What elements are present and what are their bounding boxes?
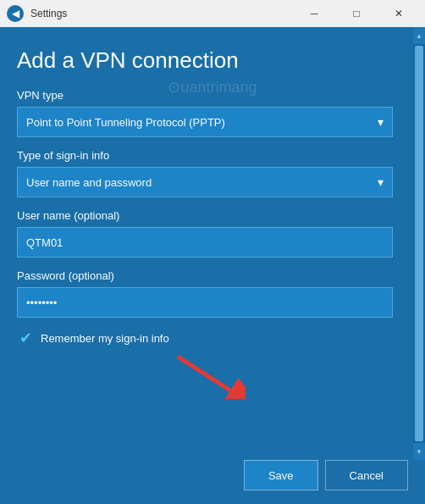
maximize-button[interactable]: □ <box>337 0 376 27</box>
password-input[interactable] <box>17 287 393 318</box>
remember-label: Remember my sign-in info <box>41 332 169 345</box>
sign-in-type-label: Type of sign-in info <box>17 149 393 162</box>
vpn-type-arrow-icon: ▾ <box>378 115 384 129</box>
page-title: Add a VPN connection <box>17 47 393 74</box>
vpn-type-label: VPN type <box>17 89 393 102</box>
password-label: Password (optional) <box>17 269 393 282</box>
vpn-type-field: VPN type Point to Point Tunneling Protoc… <box>17 89 393 137</box>
username-input[interactable] <box>17 227 393 258</box>
back-icon: ◀ <box>12 8 19 19</box>
close-button[interactable]: ✕ <box>379 0 418 27</box>
scrollbar-thumb[interactable] <box>415 46 423 441</box>
scrollbar[interactable]: ▲ ▼ <box>413 27 425 460</box>
cancel-button[interactable]: Cancel <box>325 460 408 490</box>
bottom-bar: Save Cancel <box>0 460 425 504</box>
scroll-down-button[interactable]: ▼ <box>413 443 425 460</box>
checkbox-icon: ✔ <box>17 330 34 346</box>
title-bar: ◀ Settings ─ □ ✕ <box>0 0 425 27</box>
title-bar-left: ◀ Settings <box>7 5 67 22</box>
scroll-up-button[interactable]: ▲ <box>413 27 425 44</box>
content-area: ▲ ▼ Add a VPN connection ⊙uantrimang VPN… <box>0 27 425 460</box>
sign-in-type-arrow-icon: ▾ <box>378 175 384 189</box>
window-controls: ─ □ ✕ <box>295 0 418 27</box>
vpn-type-dropdown[interactable]: Point to Point Tunneling Protocol (PPTP)… <box>17 107 393 137</box>
minimize-button[interactable]: ─ <box>295 0 334 27</box>
username-field: User name (optional) <box>17 209 393 258</box>
remember-checkbox-row[interactable]: ✔ Remember my sign-in info <box>17 330 393 346</box>
sign-in-type-field: Type of sign-in info User name and passw… <box>17 149 393 197</box>
vpn-type-value: Point to Point Tunneling Protocol (PPTP) <box>26 116 225 129</box>
window: ◀ Settings ─ □ ✕ ▲ ▼ Add a VPN connectio… <box>0 0 425 504</box>
password-field: Password (optional) <box>17 269 393 318</box>
sign-in-type-dropdown[interactable]: User name and password ▾ <box>17 167 393 197</box>
window-title: Settings <box>30 8 67 19</box>
sign-in-type-value: User name and password <box>26 176 152 189</box>
scrollable-content: Add a VPN connection ⊙uantrimang VPN typ… <box>17 47 408 446</box>
back-button[interactable]: ◀ <box>7 5 24 22</box>
save-button[interactable]: Save <box>244 460 318 490</box>
username-label: User name (optional) <box>17 209 393 222</box>
